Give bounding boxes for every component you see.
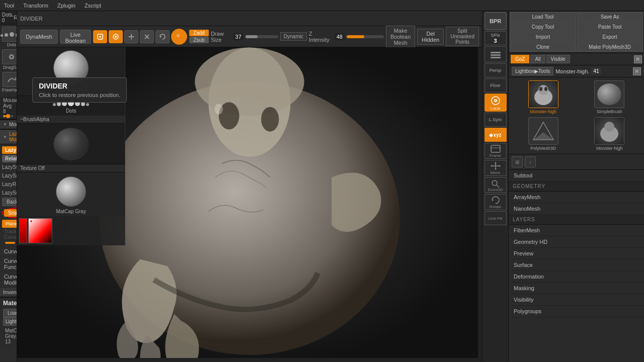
color-picker[interactable] — [17, 216, 125, 245]
menu-preview[interactable]: Preview — [509, 248, 644, 259]
menu-visibility[interactable]: Visibility — [509, 294, 644, 306]
z-intensity-slider[interactable] — [347, 35, 384, 38]
make-polymesh-btn[interactable]: Make PolyMesh3D — [577, 42, 643, 52]
texture-off-label: Texture Off — [17, 164, 125, 172]
curve-item[interactable]: Curve — [0, 247, 17, 256]
make-bool-mesh-btn[interactable]: Make Boolean Mesh — [386, 26, 415, 48]
lazy-mouse-header[interactable]: Lazy Mouse — [0, 129, 17, 144]
svg-marker-17 — [160, 36, 162, 38]
import-btn[interactable]: Import — [510, 32, 576, 42]
menu-deformation[interactable]: Deformation — [509, 271, 644, 283]
color-red-swatch[interactable] — [19, 218, 27, 243]
relative-btn[interactable]: Relative — [2, 155, 17, 162]
track-curvature-slider[interactable] — [5, 242, 15, 244]
zadd-zsub-area: Zadd Zsub — [189, 30, 209, 43]
zoom3d-btn[interactable]: Zoom3D — [485, 177, 507, 193]
lightbox-tools-btn[interactable]: Lightbox▶Tools — [512, 67, 553, 75]
paste-tool-btn[interactable]: Paste Tool — [577, 22, 643, 32]
split-unmasked-btn[interactable]: Split Unmasked Points — [446, 27, 479, 46]
rotate-btn[interactable] — [155, 30, 170, 43]
persp-icon-btn[interactable]: Persp — [485, 63, 507, 77]
right-header-buttons: Load Tool Save As Copy Tool Paste Tool I… — [509, 11, 644, 53]
curve-modifiers-item[interactable]: Curve Modifiers — [0, 272, 17, 288]
sub-icon-1[interactable]: ⊞ — [512, 156, 523, 167]
menu-zscript[interactable]: Zscript — [85, 3, 101, 9]
curve-functions-item[interactable]: Curve Functions — [0, 256, 17, 272]
save-as-btn[interactable]: Save As — [577, 12, 643, 22]
thumb-polymesh3d[interactable]: PolyMesh3D — [512, 117, 575, 151]
canvas-scroll-horizontal[interactable] — [17, 358, 482, 362]
thumb-monster-high-2[interactable]: Monster-high — [578, 117, 641, 151]
dynamic-btn[interactable]: Dynamic — [280, 32, 307, 41]
dots-label-mini: Dots — [20, 108, 122, 114]
move-btn[interactable] — [124, 30, 138, 43]
dyname-mesh-btn[interactable]: DynaMesh — [20, 30, 58, 44]
draw-size-slider[interactable] — [246, 35, 278, 38]
edit-btn[interactable] — [93, 30, 107, 43]
sub-icon-2[interactable]: ↕ — [525, 156, 536, 167]
all-btn[interactable]: All — [530, 55, 545, 63]
live-boolean-btn[interactable]: Live Boolean — [60, 30, 91, 44]
brush-dragdot[interactable]: DragDot — [2, 49, 17, 70]
backtrack-btn[interactable]: Backtrack — [2, 198, 17, 206]
menu-surface[interactable]: Surface — [509, 259, 644, 271]
menu-polygroups[interactable]: Polygroups — [509, 306, 644, 317]
menu-fiber-mesh[interactable]: FiberMesh — [509, 225, 644, 236]
menu-tool[interactable]: Tool — [4, 3, 14, 9]
color-gradient-area[interactable] — [28, 218, 52, 243]
modifiers-header[interactable]: Modifiers — [0, 120, 17, 129]
brush-dots[interactable]: Dots — [2, 27, 17, 47]
bpr-btn[interactable]: BPR — [485, 12, 507, 30]
material-lightbox-btn[interactable]: Lightbox▶Materials — [3, 317, 17, 326]
active-tool-icon[interactable] — [171, 29, 187, 45]
dots-icon — [2, 27, 17, 42]
xyz-btn[interactable]: ◆xyz — [485, 128, 507, 142]
path-plane-btn[interactable]: Plane — [2, 220, 17, 228]
menu-transform[interactable]: Transform — [23, 3, 48, 9]
linefill-btn[interactable]: Line Fill — [485, 211, 507, 225]
mouse-avg-slider[interactable] — [3, 115, 14, 117]
r-indicator-2[interactable]: R — [633, 67, 641, 75]
move-side-btn[interactable]: Move — [485, 160, 507, 176]
thumb-monster-high-2-label: Monster-high — [596, 146, 623, 151]
menu-subtool[interactable]: Subtool — [509, 170, 644, 182]
floor-icon-btn[interactable]: Floor — [485, 78, 507, 93]
canvas-area[interactable]: DamStandard Dots ~BrushA — [17, 47, 482, 362]
brush-freehand[interactable]: FreeHand — [2, 72, 17, 93]
menu-nano-mesh[interactable]: NanoMesh — [509, 203, 644, 215]
matcap-sphere — [56, 176, 86, 207]
brush-tools-area: Dots DragNet DragDot — [0, 25, 17, 97]
canvas-scroll-vertical[interactable] — [478, 47, 482, 362]
copy-tool-btn[interactable]: Copy Tool — [510, 22, 576, 32]
export-btn[interactable]: Export — [577, 32, 643, 42]
menu-array-mesh[interactable]: ArrayMesh — [509, 192, 644, 203]
svg-rect-28 — [491, 54, 501, 56]
load-tool-btn[interactable]: Load Tool — [510, 12, 576, 22]
clone-btn[interactable]: Clone — [510, 42, 576, 52]
local-icon-btn[interactable]: Local — [485, 94, 507, 112]
spix-area[interactable]: SPix 3 — [485, 31, 507, 45]
menu-zplugin[interactable]: Zplugin — [57, 3, 75, 9]
menu-geometry-hd[interactable]: Geometry HD — [509, 236, 644, 248]
r-indicator[interactable]: R — [634, 55, 642, 63]
rotate-side-btn[interactable]: Rotate — [485, 194, 507, 210]
goz-btn[interactable]: GoZ — [511, 55, 529, 63]
zsub-btn[interactable]: Zsub — [189, 37, 209, 43]
visible-btn[interactable]: Visible — [546, 55, 570, 63]
thumb-monster-high-1[interactable]: Monster-high — [512, 80, 575, 114]
menu-geometry-header[interactable]: Geometry — [509, 182, 644, 192]
lazymouse-btn[interactable]: LazyMouse — [2, 146, 17, 154]
snap-to-track-btn[interactable]: SnapToTrack — [4, 209, 17, 217]
del-hidden-btn[interactable]: Del Hidden — [417, 29, 444, 45]
svg-marker-35 — [495, 168, 497, 170]
material-load-btn[interactable]: Load — [3, 309, 17, 317]
menu-layers-header[interactable]: Layers — [509, 215, 644, 225]
dynamic-icon[interactable] — [485, 46, 507, 62]
zadd-btn[interactable]: Zadd — [189, 30, 209, 36]
scale-btn[interactable] — [140, 30, 154, 43]
frame-btn[interactable]: Frame — [485, 143, 507, 159]
lsym-btn[interactable]: L.Sym — [485, 113, 507, 127]
menu-masking[interactable]: Masking — [509, 283, 644, 294]
draw-btn[interactable] — [109, 30, 123, 43]
thumb-simple-brush[interactable]: SimpleBrush — [578, 80, 641, 114]
